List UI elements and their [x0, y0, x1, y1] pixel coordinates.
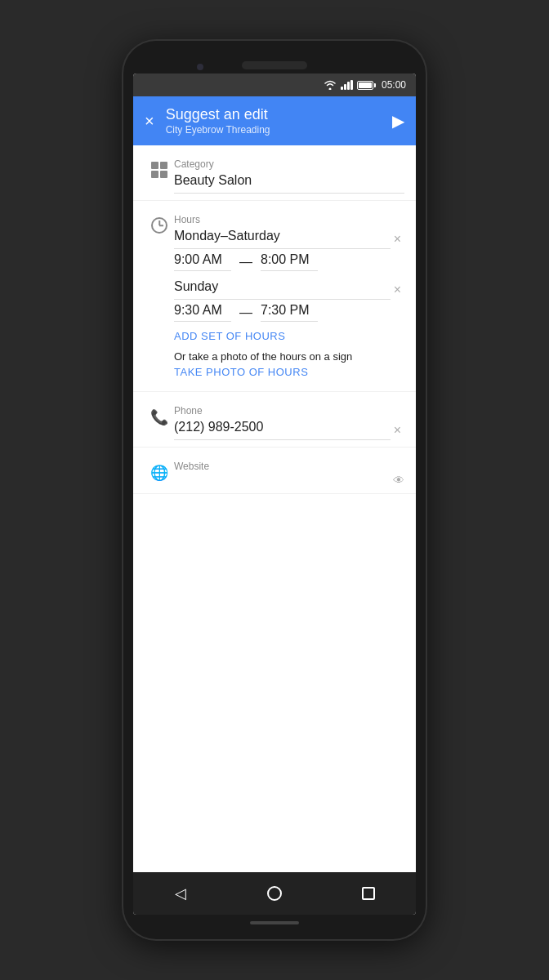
phone-icon: 📞: [150, 408, 168, 426]
hours-clear-1[interactable]: ×: [391, 232, 404, 247]
hours-field-row: Hours Monday–Saturday × 9:00 AM — 8:00 P…: [133, 201, 416, 392]
category-field-content: Category Beauty Salon: [174, 158, 404, 194]
phone-value-row: (212) 989-2500 ×: [174, 420, 404, 440]
signal-icon: [341, 80, 353, 90]
website-field-row: 🌐 Website 👁: [133, 448, 416, 494]
hours-set-1: Monday–Saturday × 9:00 AM — 8:00 PM: [174, 229, 404, 271]
hours-dash-1: —: [239, 255, 252, 270]
close-button[interactable]: ×: [145, 113, 154, 129]
hours-open-2[interactable]: 9:30 AM: [174, 303, 231, 322]
phone-label: Phone: [174, 405, 404, 416]
phone-clear-button[interactable]: ×: [391, 423, 404, 438]
phone-camera: [197, 64, 203, 70]
clock-icon: [151, 217, 167, 234]
home-button[interactable]: [258, 877, 291, 910]
category-label: Category: [174, 158, 404, 170]
app-bar: × Suggest an edit City Eyebrow Threading…: [133, 96, 416, 145]
hours-time-row-1: 9:00 AM — 8:00 PM: [174, 252, 404, 271]
grid-icon: [151, 162, 167, 178]
hours-open-1[interactable]: 9:00 AM: [174, 252, 231, 271]
or-photo-text: Or take a photo of the hours on a sign: [174, 350, 404, 363]
hours-label: Hours: [174, 214, 404, 225]
phone-field-row: 📞 Phone (212) 989-2500 ×: [133, 392, 416, 448]
website-label: Website: [174, 461, 393, 472]
hours-dash-2: —: [239, 305, 252, 320]
app-bar-subtitle: City Eyebrow Threading: [166, 124, 392, 136]
phone-value[interactable]: (212) 989-2500: [174, 420, 391, 440]
recents-button[interactable]: [352, 877, 385, 910]
home-circle-icon: [267, 886, 282, 901]
phone-device: 05:00 × Suggest an edit City Eyebrow Thr…: [123, 41, 426, 939]
hours-time-row-2: 9:30 AM — 7:30 PM: [174, 303, 404, 322]
back-button[interactable]: ◁: [164, 877, 197, 910]
hours-icon: [145, 217, 174, 234]
app-bar-title-group: Suggest an edit City Eyebrow Threading: [166, 106, 392, 136]
hours-set-2: Sunday × 9:30 AM — 7:30 PM: [174, 279, 404, 322]
app-bar-title: Suggest an edit: [166, 106, 392, 124]
status-icons: 05:00: [324, 79, 406, 91]
take-photo-button[interactable]: TAKE PHOTO OF HOURS: [174, 366, 404, 378]
phone-field-content: Phone (212) 989-2500 ×: [174, 405, 404, 440]
website-field-content: Website: [174, 461, 393, 475]
hours-day-1[interactable]: Monday–Saturday: [174, 229, 391, 249]
status-time: 05:00: [382, 79, 406, 91]
hours-day-2[interactable]: Sunday: [174, 279, 391, 300]
phone-bottom-bar: [250, 921, 299, 924]
globe-icon: 🌐: [150, 464, 168, 482]
status-bar: 05:00: [133, 74, 416, 96]
hours-close-1[interactable]: 8:00 PM: [261, 252, 318, 271]
battery-icon: [357, 81, 376, 90]
hours-day-row-2: Sunday ×: [174, 279, 404, 300]
or-photo-bold: Or take a photo: [174, 350, 248, 363]
category-icon: [145, 162, 174, 178]
recents-square-icon: [362, 887, 375, 900]
or-photo-suffix: of the hours on a sign: [250, 350, 352, 363]
phone-speaker: [242, 61, 307, 69]
hours-day-row-1: Monday–Saturday ×: [174, 229, 404, 249]
hours-close-2[interactable]: 7:30 PM: [261, 303, 318, 322]
send-button[interactable]: ▶: [392, 111, 404, 131]
add-hours-button[interactable]: ADD SET OF HOURS: [174, 330, 404, 342]
category-field-row: Category Beauty Salon: [133, 145, 416, 201]
website-eye-icon: 👁: [393, 461, 404, 487]
hours-clear-2[interactable]: ×: [391, 283, 404, 297]
content-area: Category Beauty Salon Hours Monday–Satur…: [133, 145, 416, 872]
phone-screen: 05:00 × Suggest an edit City Eyebrow Thr…: [133, 74, 416, 915]
website-icon-container: 🌐: [145, 464, 174, 482]
category-value[interactable]: Beauty Salon: [174, 173, 404, 194]
wifi-icon: [324, 80, 337, 90]
nav-bar: ◁: [133, 872, 416, 915]
hours-field-content: Hours Monday–Saturday × 9:00 AM — 8:00 P…: [174, 214, 404, 385]
phone-icon-container: 📞: [145, 408, 174, 426]
